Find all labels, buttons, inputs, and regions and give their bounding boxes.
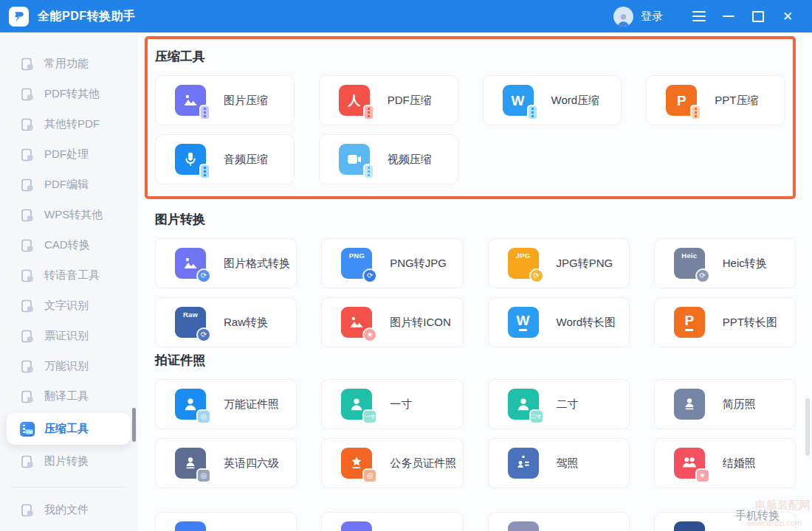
tool-card[interactable]	[488, 512, 630, 531]
sidebar-item-label: 图片转换	[44, 454, 89, 468]
section-图片转换: 图片转换⟳图片格式转换PNG⟳PNG转JPGJPG⟳JPG转PNGHeic⟳He…	[155, 211, 796, 347]
sidebar-item[interactable]: 文字识别	[0, 291, 137, 321]
sidebar-item[interactable]: PDF处理	[0, 139, 137, 170]
tool-card-label: PDF压缩	[388, 94, 432, 108]
two-inch-photo-icon: 二寸	[508, 389, 539, 420]
refresh-badge-icon: ⟳	[531, 270, 543, 282]
tool-card[interactable]: 二寸二寸	[488, 379, 630, 429]
tool-card[interactable]: WWord压缩	[483, 75, 622, 125]
tool-card[interactable]: 一寸一寸	[321, 379, 463, 429]
universal-id-photo-icon: ◎	[175, 389, 206, 420]
universal-ocr-icon	[20, 359, 35, 374]
tool-card[interactable]: ★图片转ICON	[321, 297, 463, 347]
sidebar-item[interactable]: 其他转PDF	[0, 109, 137, 139]
section-partial-row	[155, 512, 796, 531]
sidebar-item-label: 文字识别	[44, 299, 89, 313]
tool-card[interactable]: PPPT压缩	[646, 75, 785, 125]
sidebar-item-label: 票证识别	[44, 329, 89, 343]
tool-card[interactable]: 图片压缩	[155, 75, 295, 125]
sidebar-item-label: 常用功能	[44, 57, 89, 71]
main-scrollbar-thumb[interactable]	[805, 398, 810, 456]
tool-card-label: 视频压缩	[388, 153, 432, 167]
image-compress-icon	[175, 85, 206, 116]
sidebar-item[interactable]: 常用功能	[0, 49, 137, 79]
tool-card[interactable]: 视频压缩	[319, 134, 458, 184]
sidebar-scrollbar-thumb[interactable]	[132, 408, 136, 442]
my-files-icon	[20, 503, 35, 518]
close-button[interactable]: ✕	[775, 5, 800, 27]
civil-servant-photo-icon: ◎	[341, 448, 372, 479]
content-sections: 压缩工具图片压缩人PDF压缩WWord压缩PPPT压缩音频压缩视频压缩图片转换⟳…	[155, 36, 796, 531]
sidebar-item[interactable]: 翻译工具	[0, 381, 137, 412]
tool-card-label: 英语四六级	[224, 457, 279, 471]
tool-card[interactable]: WWord转长图	[488, 297, 630, 347]
sidebar-item[interactable]: 转语音工具	[0, 260, 137, 291]
tool-card[interactable]	[321, 512, 463, 531]
sidebar-item-label: 我的文件	[44, 503, 89, 517]
tool-card[interactable]: 驾照	[488, 438, 630, 488]
tool-card[interactable]: PNG⟳PNG转JPG	[321, 238, 463, 288]
png-to-jpg-icon: PNG⟳	[341, 248, 372, 279]
cad-convert-icon	[20, 238, 35, 253]
zip-badge-icon	[201, 106, 209, 119]
zip-badge-icon	[365, 165, 373, 178]
hamburger-icon	[692, 11, 706, 21]
refresh-badge-icon: ⟳	[198, 270, 210, 282]
sidebar-item[interactable]: CAD转换	[0, 230, 137, 260]
wedding-photo-icon: ♥	[674, 448, 705, 479]
maximize-button[interactable]	[746, 5, 771, 27]
sidebar-item[interactable]: zip压缩工具	[7, 413, 131, 445]
other-to-pdf-icon	[20, 117, 35, 132]
tool-card[interactable]: ◎英语四六级	[155, 438, 297, 488]
tool-card[interactable]: 音频压缩	[155, 134, 295, 184]
tool-card-label: Word压缩	[551, 94, 600, 108]
sidebar-item-label: 其他转PDF	[44, 117, 100, 131]
watermark-url: www.dnzp.com	[747, 518, 802, 527]
tool-card[interactable]: Heic⟳Heic转换	[654, 238, 796, 288]
tool-card[interactable]: ⟳图片格式转换	[155, 238, 297, 288]
login-button[interactable]: 登录	[641, 10, 663, 24]
tool-card[interactable]	[155, 512, 297, 531]
tool-card[interactable]: Raw⟳Raw转换	[155, 297, 297, 347]
tool-card[interactable]: ◎万能证件照	[155, 379, 297, 429]
zip-badge-icon	[529, 106, 537, 119]
sidebar-item[interactable]: WPS转其他	[0, 200, 137, 230]
sidebar-item[interactable]: PDF转其他	[0, 79, 137, 109]
sidebar-item-label: PDF编辑	[44, 178, 89, 192]
sidebar-item[interactable]: 票证识别	[0, 321, 137, 351]
camera-badge-icon: ◎	[364, 470, 376, 482]
close-icon: ✕	[782, 10, 793, 23]
image-to-icon-icon: ★	[341, 307, 372, 338]
sidebar-item[interactable]: 万能识别	[0, 351, 137, 381]
audio-compress-icon	[175, 144, 206, 175]
tool-card[interactable]: 简历照	[654, 379, 796, 429]
sidebar-item[interactable]: 图片转换	[0, 446, 137, 476]
compress-zip-icon: zip	[20, 422, 35, 437]
tool-card[interactable]: ♥结婚照	[654, 438, 796, 488]
refresh-badge-icon: ⟳	[697, 270, 709, 282]
section-压缩工具: 压缩工具图片压缩人PDF压缩WWord压缩PPPT压缩音频压缩视频压缩	[145, 36, 796, 199]
sidebar-item[interactable]: PDF编辑	[0, 170, 137, 200]
app-title: 全能PDF转换助手	[38, 9, 136, 24]
size-tag-badge: 二寸	[531, 411, 543, 423]
pdf-edit-icon	[20, 178, 35, 192]
camera-badge-icon: ◎	[198, 411, 210, 423]
tool-card-label: Word转长图	[557, 316, 616, 330]
tool-card[interactable]: PPPT转长图	[654, 297, 796, 347]
tool-card-label: 一寸	[390, 398, 412, 412]
tool-card-label: 万能证件照	[224, 398, 279, 412]
minimize-button[interactable]	[716, 5, 741, 27]
menu-button[interactable]	[687, 5, 712, 27]
main-content: 压缩工具图片压缩人PDF压缩WWord压缩PPPT压缩音频压缩视频压缩图片转换⟳…	[137, 32, 812, 531]
avatar[interactable]	[613, 7, 633, 27]
tool-card[interactable]: JPG⟳JPG转PNG	[488, 238, 630, 288]
sidebar-item-label: 翻译工具	[44, 389, 89, 403]
sidebar-item-my-files[interactable]: 我的文件	[0, 495, 137, 525]
app-logo-icon	[9, 7, 29, 27]
word-to-long-image-icon: W	[508, 307, 539, 338]
sidebar-item-label: 压缩工具	[44, 422, 89, 436]
partial-tool-icon-4	[674, 521, 705, 531]
tool-card[interactable]: 人PDF压缩	[319, 75, 458, 125]
sidebar-nav: 常用功能PDF转其他其他转PDFPDF处理PDF编辑WPS转其他CAD转换转语音…	[0, 49, 137, 476]
tool-card[interactable]: ◎公务员证件照	[321, 438, 463, 488]
